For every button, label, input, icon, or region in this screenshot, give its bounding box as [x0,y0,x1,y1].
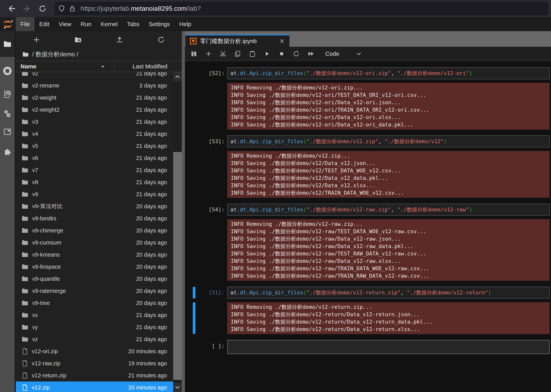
file-row-vy[interactable]: vy21 days ago [16,321,173,333]
file-row-v12-raw.zip[interactable]: v12-raw.zip19 minutes ago [16,357,173,369]
file-row-v5[interactable]: v521 days ago [16,140,173,152]
browser-reload-button[interactable] [35,2,50,15]
code-editor[interactable]: at.dt.Api.zip_dir_files("./数据分析demo/v12-… [227,287,550,299]
new-folder-button[interactable] [57,36,99,43]
file-row-v9[interactable]: v921 days ago [16,188,173,200]
scrollbar-up-button[interactable] [173,72,182,81]
column-modified-label: Last Modified [133,63,167,70]
file-row-v9-chimerge[interactable]: v9-chimerge20 days ago [16,224,173,237]
restart-run-all-button[interactable] [304,47,318,60]
column-header-name[interactable]: Name [16,63,114,70]
file-icon [21,384,28,391]
menu-view[interactable]: View [54,17,76,31]
run-cell-button[interactable] [260,47,274,60]
refresh-button[interactable] [140,36,182,43]
code-editor[interactable]: at.dt.Api.zip_dir_files("./数据分析demo/v12-… [227,67,550,79]
activity-tab-property-inspector[interactable] [0,88,15,100]
cell-type-select[interactable]: Code [325,50,339,57]
file-row-v9-bestks[interactable]: v9-bestks20 days ago [16,212,173,224]
file-row-v8[interactable]: v821 days ago [16,176,173,188]
file-name: v7 [32,167,38,173]
scrollbar-down-button[interactable] [173,383,182,392]
activity-tab-extensions[interactable] [0,145,15,158]
menu-tabs[interactable]: Tabs [122,17,144,31]
file-name: v2 [32,72,38,77]
menu-file[interactable]: File [16,17,35,31]
menu-kernel[interactable]: Kernel [96,17,123,31]
menu-settings[interactable]: Settings [144,17,174,31]
notebook-tab[interactable]: 零门槛数据分析.ipynb [185,35,290,47]
activity-tab-tabs[interactable] [0,126,15,138]
folder-icon [21,130,29,138]
file-modified: 20 minutes ago [128,385,173,391]
upload-button[interactable] [99,36,140,43]
column-header-modified[interactable]: Last Modified [114,61,182,72]
file-name: v9-bestks [32,215,56,222]
code-editor[interactable] [227,340,550,354]
menu-edit[interactable]: Edit [35,17,54,31]
file-row-v12.zip[interactable]: v12.zip20 minutes ago [16,381,173,392]
browser-forward-button[interactable] [19,2,35,15]
file-row-v2-weight[interactable]: v2-weight21 days ago [16,91,173,104]
breadcrumb[interactable]: / 数据分析demo / [16,45,182,61]
folder-icon [21,190,29,198]
code-editor[interactable]: at.dt.Api.zip_dir_files("./数据分析demo/v12-… [227,203,550,216]
notebook-cell-52: [52]:at.dt.Api.zip_dir_files("./数据分析demo… [185,67,551,130]
code-editor[interactable]: at.dt.Api.zip_dir_files("./数据分析demo/v12.… [227,135,550,147]
activity-tab-file-browser[interactable] [0,31,15,57]
file-row-v9-ratemerge[interactable]: v9-ratemerge20 days ago [16,285,173,297]
activity-tab-running-sessions[interactable] [0,65,15,77]
menu-help[interactable]: Help [174,17,196,31]
restart-kernel-button[interactable] [289,47,304,60]
file-row-v9-kmeans[interactable]: v9-kmeans20 days ago [16,249,173,261]
file-row-v7[interactable]: v721 days ago [16,164,173,176]
file-row-vz[interactable]: vz21 days ago [16,333,173,345]
panel-splitter[interactable] [182,31,185,392]
file-modified: 21 days ago [136,324,173,330]
file-name: v5 [32,143,38,149]
lock-icon[interactable] [69,5,76,12]
file-row-v9-linspace[interactable]: v9-linspace20 days ago [16,261,173,273]
file-name: v9-ratemerge [32,288,66,294]
browser-url-bar[interactable]: https://jupyterlab.metanoia8295.com/lab? [55,2,548,15]
tab-close-icon[interactable] [279,38,285,44]
folder-icon [21,239,29,246]
gears-icon [3,110,12,118]
copy-cells-button[interactable] [230,47,245,60]
file-row-v4[interactable]: v421 days ago [16,128,173,140]
file-row-v2-weight2[interactable]: v2-weight221 days ago [16,104,173,116]
file-row-v9-tree[interactable]: v9-tree20 days ago [16,297,173,309]
file-row-v12-return.zip[interactable]: v12-return.zip21 minutes ago [16,369,173,381]
scrollbar-thumb[interactable] [173,152,182,380]
tracking-shield-icon[interactable] [58,5,65,12]
file-row-v3[interactable]: v321 days ago [16,116,173,128]
insert-cell-button[interactable] [201,47,216,60]
browser-back-button[interactable] [4,2,19,15]
file-row-v2[interactable]: v221 days ago [16,72,173,79]
breadcrumb-path[interactable]: / 数据分析demo / [32,50,78,58]
output-collapser[interactable] [193,302,196,334]
save-button[interactable] [187,47,201,60]
file-row-v12-ori.zip[interactable]: v12-ori.zip20 minutes ago [16,345,173,357]
paste-cells-button[interactable] [245,47,260,60]
file-name: v6 [32,155,38,161]
cell-output: INFO Removing ./数据分析demo/v12.zip... INFO… [227,151,550,198]
jupyterlab-menubar: FileEditViewRunKernelTabsSettingsHelp [0,17,551,31]
file-list-scrollbar[interactable] [173,72,182,392]
menu-run[interactable]: Run [76,17,96,31]
new-launcher-button[interactable] [16,36,57,43]
file-row-v6[interactable]: v621 days ago [16,152,173,164]
folder-icon [21,323,29,331]
file-row-v2-rename[interactable]: v2-rename3 days ago [16,79,173,91]
restart-icon [293,50,300,57]
interrupt-kernel-button[interactable] [274,47,289,60]
file-row-v9-quantile[interactable]: v9-quantile20 days ago [16,273,173,285]
input-collapser[interactable] [193,287,196,299]
cut-cells-button[interactable] [216,47,230,60]
folder-icon [21,142,29,150]
activity-tab-settings[interactable] [0,108,15,120]
file-row-v9-算法对比[interactable]: v9-算法对比20 days ago [16,200,173,212]
file-row-vx[interactable]: vx21 days ago [16,309,173,321]
folder-icon [21,287,29,294]
file-row-v9-cumsum[interactable]: v9-cumsum20 days ago [16,237,173,249]
